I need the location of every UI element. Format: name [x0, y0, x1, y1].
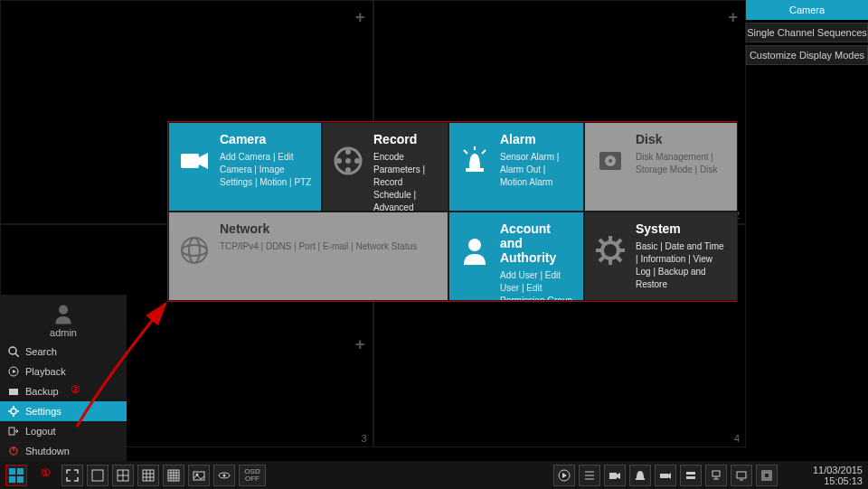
disk-icon	[594, 145, 627, 177]
tile-subtitle: Add Camera | Edit Camera | Image Setting…	[220, 151, 312, 189]
add-camera-icon[interactable]: +	[355, 8, 365, 27]
camera-icon	[178, 145, 211, 177]
layout-16-button[interactable]	[163, 465, 184, 486]
svg-point-12	[182, 245, 207, 256]
user-icon	[458, 234, 491, 267]
alarm-icon	[458, 145, 491, 177]
fullscreen-button[interactable]	[61, 465, 83, 486]
tile-network[interactable]: Network TCP/IPv4 | DDNS | Port | E-mail …	[168, 212, 448, 301]
network-toolbar-button[interactable]	[705, 465, 727, 486]
user-name: admin	[0, 327, 127, 338]
svg-line-26	[15, 353, 19, 357]
svg-point-3	[354, 158, 360, 164]
cell-number: 3	[361, 433, 366, 444]
add-camera-icon[interactable]: +	[355, 335, 365, 354]
side-camera-button[interactable]: Camera	[746, 0, 868, 20]
svg-line-22	[617, 240, 621, 244]
svg-rect-65	[609, 473, 617, 479]
clock: 11/03/2015 15:05:13	[781, 465, 863, 486]
side-panel: Camera Single Channel Sequences Customiz…	[746, 0, 868, 68]
gear-icon	[594, 234, 627, 267]
tile-subtitle: Encode Parameters | Record Schedule | Ad…	[373, 151, 439, 212]
tile-subtitle: Sensor Alarm | Alarm Out | Motion Alarm	[500, 151, 574, 189]
tile-subtitle: Add User | Edit User | Edit Permission G…	[500, 269, 574, 301]
svg-point-24	[59, 306, 68, 315]
svg-rect-38	[17, 468, 24, 475]
backup-icon	[7, 385, 20, 398]
tile-subtitle: TCP/IPv4 | DDNS | Port | E-mail | Networ…	[220, 240, 439, 253]
svg-point-10	[609, 159, 612, 163]
tile-title: Account and Authority	[500, 221, 574, 265]
osd-button[interactable]: OSD OFF	[239, 465, 266, 486]
add-camera-icon[interactable]: +	[728, 8, 738, 27]
svg-point-29	[11, 409, 16, 414]
tile-disk[interactable]: Disk Disk Management | Storage Mode | Di…	[584, 122, 738, 212]
tile-alarm[interactable]: Alarm Sensor Alarm | Alarm Out | Motion …	[448, 122, 584, 212]
info-toolbar-button[interactable]	[756, 465, 778, 486]
stop-button[interactable]	[579, 465, 600, 486]
disk-toolbar-button[interactable]	[680, 465, 702, 486]
settings-panel: Camera Add Camera | Edit Camera | Image …	[167, 121, 737, 302]
svg-rect-28	[9, 389, 18, 395]
menu-label: Logout	[25, 426, 56, 437]
tile-title: Camera	[220, 132, 312, 146]
search-icon	[7, 345, 20, 358]
layout-1-button[interactable]	[87, 465, 108, 486]
menu-search[interactable]: Search	[0, 342, 127, 362]
gear-icon	[7, 405, 20, 418]
film-reel-icon	[332, 145, 364, 177]
svg-rect-40	[17, 476, 24, 483]
svg-rect-69	[686, 476, 695, 479]
layout-menu-button[interactable]	[5, 465, 27, 486]
menu-playback[interactable]: Playback	[0, 362, 127, 381]
side-customize-display-button[interactable]: Customize Display Modes	[746, 45, 868, 65]
menu-label: Backup	[25, 386, 59, 397]
record-toolbar-button[interactable]	[655, 465, 676, 486]
annotation-2: ②	[71, 383, 80, 396]
svg-point-14	[468, 239, 481, 251]
svg-line-21	[617, 257, 621, 261]
svg-point-5	[336, 158, 342, 164]
avatar-icon	[52, 302, 75, 325]
tile-title: Alarm	[500, 132, 574, 146]
side-single-channel-button[interactable]: Single Channel Sequences	[746, 23, 868, 42]
svg-rect-67	[660, 474, 668, 478]
menu-label: Settings	[25, 406, 61, 417]
tile-title: System	[636, 221, 728, 236]
menu-backup[interactable]: Backup	[0, 381, 127, 401]
tile-system[interactable]: System Basic | Date and Time | Informati…	[584, 212, 738, 301]
menu-settings[interactable]: Settings	[0, 401, 127, 421]
svg-rect-41	[92, 470, 103, 481]
tile-camera[interactable]: Camera Add Camera | Edit Camera | Image …	[168, 122, 322, 212]
alarm-toolbar-button[interactable]	[629, 465, 651, 486]
menu-label: Playback	[25, 366, 66, 377]
time-text: 15:05:13	[781, 475, 863, 486]
svg-rect-70	[712, 471, 720, 476]
tile-subtitle: Basic | Date and Time | Information | Vi…	[636, 240, 728, 291]
play-icon	[7, 365, 20, 378]
camera-toolbar-button[interactable]	[604, 465, 626, 486]
monitor-toolbar-button[interactable]	[731, 465, 752, 486]
sequence-button[interactable]	[213, 465, 235, 486]
snapshot-button[interactable]	[188, 465, 210, 486]
svg-rect-37	[9, 468, 15, 475]
tile-subtitle: Disk Management | Storage Mode | Disk	[636, 151, 728, 176]
svg-rect-73	[737, 472, 746, 478]
svg-rect-7	[466, 168, 484, 172]
svg-rect-45	[143, 470, 154, 481]
tile-record[interactable]: Record Encode Parameters | Record Schedu…	[322, 122, 448, 212]
tile-account[interactable]: Account and Authority Add User | Edit Us…	[448, 212, 584, 301]
menu-shutdown[interactable]: Shutdown	[0, 441, 127, 461]
tile-title: Disk	[636, 132, 728, 146]
logout-icon	[7, 425, 20, 437]
svg-rect-57	[193, 472, 204, 480]
play-button[interactable]	[553, 465, 575, 486]
layout-4-button[interactable]	[112, 465, 134, 486]
tile-title: Network	[220, 221, 439, 236]
svg-line-23	[599, 257, 604, 261]
layout-9-button[interactable]	[137, 465, 159, 486]
popup-menu: admin Search Playback Backup Settings Lo…	[0, 295, 127, 461]
menu-logout[interactable]: Logout	[0, 421, 127, 441]
power-icon	[7, 445, 20, 457]
svg-rect-68	[686, 472, 695, 475]
